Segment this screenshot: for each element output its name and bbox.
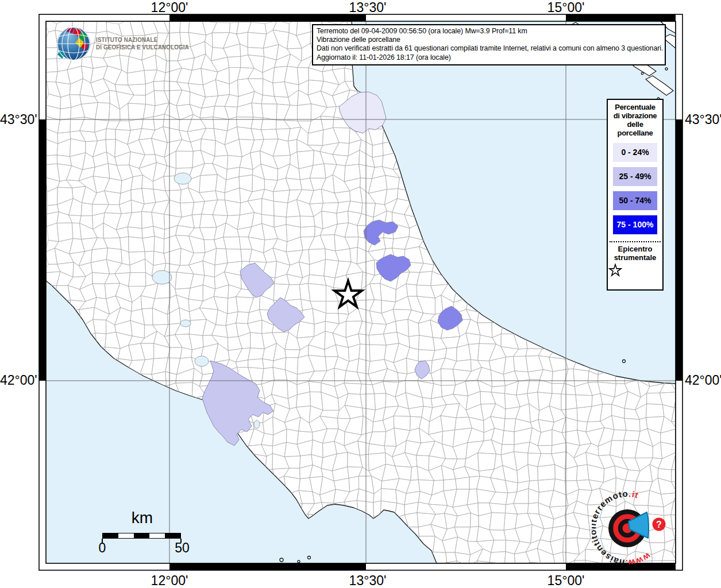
legend-epicenter-line: strumentale <box>608 253 662 262</box>
lon-label-bottom-1330: 13°30' <box>333 574 402 587</box>
lake-trasimeno <box>174 173 191 184</box>
lake-bracciano <box>195 356 209 366</box>
info-line-updated: Aggiornato il: 11-01-2026 18:17 (ora loc… <box>317 53 661 62</box>
lon-label-top-15: 15°00' <box>531 1 600 14</box>
lat-label-left-4330: 43°30' <box>0 113 36 126</box>
scalebar <box>102 533 181 539</box>
legend-epicenter-label: Epicentro strumentale <box>608 245 662 262</box>
lake-albano <box>254 420 260 428</box>
islet <box>641 72 643 75</box>
lake-vico <box>180 320 191 327</box>
legend-title-line: porcellane <box>608 129 662 137</box>
lat-label-right-42: 42°00' <box>685 373 721 387</box>
scalebar-segment <box>118 533 134 538</box>
legend-swatch: 50 - 74% <box>613 191 657 210</box>
legend-title-line: Percentuale <box>608 103 662 111</box>
legend-panel: Percentuale di vibrazione delle porcella… <box>607 99 664 291</box>
earthquake-info-box: Terremoto del 09-04-2009 00:56:50 (ora l… <box>312 24 666 65</box>
scalebar-max-label: 50 <box>171 540 193 556</box>
legend-title: Percentuale di vibrazione delle porcella… <box>608 103 662 137</box>
scalebar-segment <box>103 533 118 538</box>
scalebar-segment <box>165 533 180 538</box>
info-line-source: Dati non verificati estratti da 61 quest… <box>317 44 661 53</box>
legend-swatches: 0 - 24%25 - 49%50 - 74%75 - 100% <box>608 143 662 234</box>
lon-label-top-12: 12°00' <box>135 1 204 14</box>
lon-label-bottom-12: 12°00' <box>135 574 204 587</box>
legend-divider <box>610 241 661 242</box>
info-line-event: Terremoto del 09-04-2009 00:56:50 (ora l… <box>317 27 661 36</box>
legend-title-line: di vibrazione <box>608 111 662 120</box>
legend-swatch: 0 - 24% <box>613 143 657 162</box>
haisentitoilterremoto-logo: ? www.haisentitoilterremoto.it <box>592 489 673 570</box>
scalebar-segment <box>149 533 165 538</box>
legend-epicenter-line: Epicentro <box>608 245 662 253</box>
scalebar-unit-label: km <box>118 509 167 527</box>
logo-question-mark: ? <box>656 520 662 529</box>
islet <box>665 68 668 70</box>
ingv-line2: DI GEOFISICA E VULCANOLOGIA <box>96 44 189 51</box>
islet-tremiti <box>623 360 626 363</box>
ingv-wordmark: ISTITUTO NAZIONALE DI GEOFISICA E VULCAN… <box>96 36 189 51</box>
scalebar-min-label: 0 <box>94 540 111 556</box>
scalebar-segment <box>134 533 149 538</box>
lake-bolsena <box>152 270 172 284</box>
lat-label-right-4330: 43°30' <box>685 113 721 126</box>
seismic-intensity-map-page: 12°00' 13°30' 15°00' 12°00' 13°30' 15°00… <box>0 0 721 588</box>
islet <box>298 560 300 563</box>
ingv-line1: ISTITUTO NAZIONALE <box>96 36 189 44</box>
islet-ponza <box>280 558 283 562</box>
legend-title-line: delle <box>608 120 662 129</box>
islet <box>308 556 311 559</box>
info-line-effect: Vibrazione delle porcellane <box>317 36 661 44</box>
legend-star-row <box>608 263 662 277</box>
legend-swatch: 25 - 49% <box>613 167 657 186</box>
lon-label-bottom-15: 15°00' <box>531 574 600 587</box>
ingv-globe-icon <box>55 25 92 62</box>
epicenter-star-legend-icon <box>608 263 623 277</box>
ingv-branding: ISTITUTO NAZIONALE DI GEOFISICA E VULCAN… <box>55 25 196 62</box>
legend-swatch: 75 - 100% <box>613 215 657 234</box>
lon-label-top-1330: 13°30' <box>333 1 402 14</box>
lat-label-left-42: 42°00' <box>0 373 36 387</box>
